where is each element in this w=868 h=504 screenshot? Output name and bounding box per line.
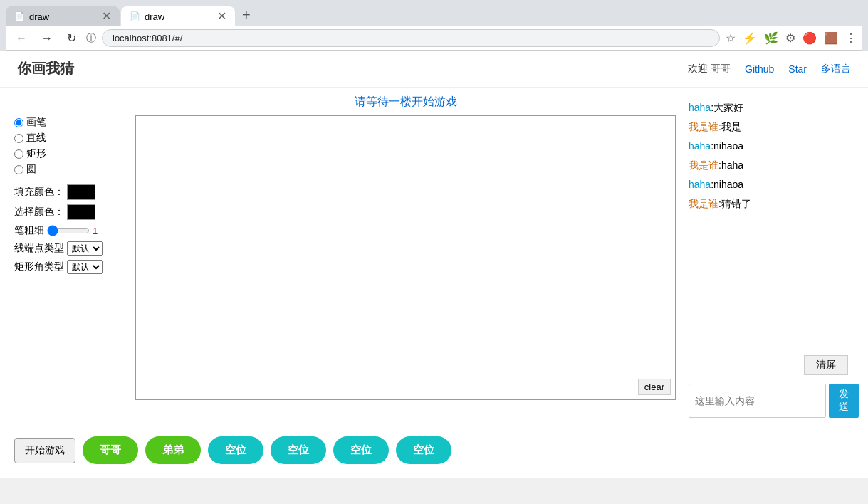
forward-button[interactable]: → — [37, 31, 57, 46]
extension5-icon[interactable]: 🟫 — [824, 31, 838, 45]
clear-screen-button[interactable]: 清屏 — [804, 355, 848, 375]
tool-line-radio[interactable] — [14, 134, 23, 143]
tab1-favicon: 📄 — [14, 11, 25, 21]
rect-corner-label: 矩形角类型 — [14, 261, 64, 273]
new-tab-button[interactable]: + — [236, 4, 256, 26]
chat-message: 我是谁:猜错了 — [689, 196, 848, 211]
tab-bar: 📄 draw ✕ 📄 draw ✕ + — [6, 4, 862, 26]
app-container: 你画我猜 欢迎 哥哥 Github Star 多语言 画笔 直线 — [0, 51, 868, 478]
chat-sender: 我是谁 — [689, 198, 718, 209]
tool-rect-radio[interactable] — [14, 149, 23, 159]
app-nav: 欢迎 哥哥 Github Star 多语言 — [688, 63, 851, 75]
tool-circle[interactable]: 圆 — [14, 163, 128, 176]
rect-corner-row: 矩形角类型 默认 — [14, 260, 128, 274]
tab-1[interactable]: 📄 draw ✕ — [6, 6, 120, 26]
player-button-p6[interactable]: 空位 — [396, 436, 451, 464]
nav-lang[interactable]: 多语言 — [821, 63, 851, 75]
lock-icon: ⓘ — [86, 32, 96, 45]
player-button-p4[interactable]: 空位 — [271, 436, 326, 464]
chat-sender: 我是谁 — [689, 121, 718, 132]
extension4-icon[interactable]: 🔴 — [802, 31, 817, 45]
player-button-p3[interactable]: 空位 — [208, 436, 263, 464]
line-end-select[interactable]: 默认 — [67, 241, 103, 256]
fill-color-row: 填充颜色： — [14, 184, 128, 200]
chat-content: nihaoa — [713, 140, 743, 152]
browser-chrome: 📄 draw ✕ 📄 draw ✕ + ← → ↻ ⓘ ☆ ⚡ 🌿 ⚙ 🔴 🟫 … — [0, 0, 868, 51]
tool-circle-radio[interactable] — [14, 165, 23, 174]
chat-message: haha:nihaoa — [689, 139, 848, 154]
chat-input-row: 发送 — [689, 384, 848, 418]
chat-message: 我是谁:我是 — [689, 120, 848, 135]
line-end-row: 线端点类型 默认 — [14, 241, 128, 256]
stroke-row: 笔粗细 1 — [14, 224, 128, 237]
player-button-p5[interactable]: 空位 — [333, 436, 389, 464]
address-input[interactable] — [102, 29, 720, 47]
tab1-label: draw — [29, 11, 49, 22]
chat-message: 我是谁:haha — [689, 158, 848, 173]
select-color-row: 选择颜色： — [14, 204, 128, 220]
chat-sender: haha — [689, 179, 711, 190]
select-color-swatch[interactable] — [67, 204, 95, 220]
extension3-icon[interactable]: ⚙ — [785, 31, 795, 45]
tool-pen[interactable]: 画笔 — [14, 116, 128, 129]
address-bar-row: ← → ↻ ⓘ ☆ ⚡ 🌿 ⚙ 🔴 🟫 ⋮ — [6, 26, 862, 51]
extension2-icon[interactable]: 🌿 — [764, 31, 778, 45]
main-layout: 画笔 直线 矩形 圆 填充颜色： 选择颜 — [0, 88, 868, 429]
tool-pen-radio[interactable] — [14, 118, 23, 127]
start-game-button[interactable]: 开始游戏 — [14, 438, 75, 463]
chat-sender: 我是谁 — [689, 159, 718, 171]
draw-canvas[interactable] — [136, 116, 675, 399]
line-end-label: 线端点类型 — [14, 242, 64, 255]
chat-message: haha:大家好 — [689, 100, 848, 115]
tool-line-label: 直线 — [26, 132, 46, 145]
chat-sender: haha — [689, 102, 711, 113]
left-toolbar: 画笔 直线 矩形 圆 填充颜色： 选择颜 — [14, 95, 128, 422]
chat-content: 大家好 — [713, 102, 743, 113]
tool-line[interactable]: 直线 — [14, 132, 128, 145]
chat-sender: haha — [689, 140, 711, 152]
tool-rect[interactable]: 矩形 — [14, 147, 128, 160]
tab2-favicon: 📄 — [130, 11, 140, 21]
chat-input[interactable] — [689, 384, 826, 418]
chat-content: 猜错了 — [721, 198, 751, 209]
tool-radio-group: 画笔 直线 矩形 圆 — [14, 116, 128, 176]
tool-circle-label: 圆 — [26, 163, 36, 176]
chat-messages: haha:大家好我是谁:我是haha:nihaoa我是谁:hahahaha:ni… — [683, 95, 854, 351]
nav-star[interactable]: Star — [788, 63, 807, 75]
clear-button[interactable]: clear — [638, 379, 671, 395]
tab2-close-icon[interactable]: ✕ — [217, 11, 226, 22]
fill-color-label: 填充颜色： — [14, 186, 64, 199]
bottom-bar: 开始游戏 哥哥弟弟空位空位空位空位 — [0, 429, 868, 471]
stroke-value: 1 — [93, 226, 98, 236]
tool-rect-label: 矩形 — [26, 147, 46, 160]
extension1-icon[interactable]: ⚡ — [743, 31, 757, 45]
chat-content: haha — [721, 159, 743, 171]
player-button-p2[interactable]: 弟弟 — [145, 436, 201, 464]
app-header: 你画我猜 欢迎 哥哥 Github Star 多语言 — [0, 51, 868, 88]
tool-pen-label: 画笔 — [26, 116, 46, 129]
chat-content: nihaoa — [713, 179, 743, 190]
tab2-label: draw — [145, 11, 164, 22]
stroke-slider[interactable] — [47, 225, 90, 236]
chat-send-button[interactable]: 发送 — [829, 384, 859, 418]
tab-2[interactable]: 📄 draw ✕ — [121, 6, 235, 26]
player-buttons: 哥哥弟弟空位空位空位空位 — [83, 436, 854, 464]
back-button[interactable]: ← — [11, 31, 31, 46]
more-menu-icon[interactable]: ⋮ — [845, 31, 857, 45]
select-color-label: 选择颜色： — [14, 206, 64, 219]
tab1-close-icon[interactable]: ✕ — [102, 11, 111, 22]
player-button-p1[interactable]: 哥哥 — [83, 436, 138, 464]
chat-content: 我是 — [721, 121, 741, 132]
game-status: 请等待一楼开始游戏 — [135, 95, 676, 110]
fill-color-swatch[interactable] — [67, 184, 95, 200]
bookmark-icon[interactable]: ☆ — [726, 31, 736, 45]
rect-corner-select[interactable]: 默认 — [67, 260, 103, 274]
stroke-label: 笔粗细 — [14, 224, 44, 237]
nav-welcome: 欢迎 哥哥 — [688, 63, 731, 75]
app-logo: 你画我猜 — [17, 59, 74, 78]
center-area: 请等待一楼开始游戏 clear — [135, 95, 676, 422]
chat-message: haha:nihaoa — [689, 177, 848, 192]
nav-github[interactable]: Github — [745, 63, 774, 75]
refresh-button[interactable]: ↻ — [63, 30, 80, 46]
canvas-wrapper: clear — [135, 115, 676, 400]
